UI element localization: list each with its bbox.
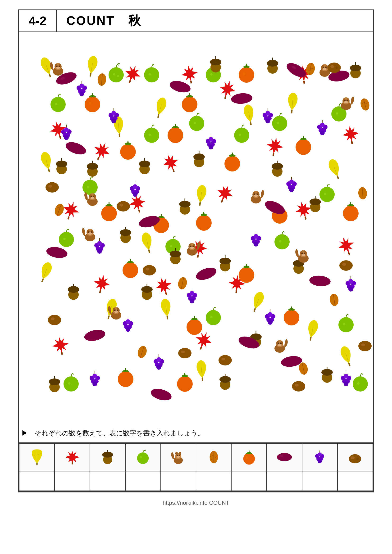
svg-rect-25	[166, 316, 168, 319]
header-title: COUNT 秋	[57, 10, 151, 32]
svg-point-463	[245, 457, 248, 459]
svg-point-67	[234, 128, 249, 143]
svg-point-63	[144, 128, 159, 143]
svg-point-136	[350, 65, 361, 71]
svg-point-299	[92, 381, 97, 386]
svg-point-77	[59, 232, 74, 247]
svg-rect-48	[348, 252, 350, 255]
svg-point-233	[133, 184, 137, 189]
svg-point-151	[272, 163, 283, 170]
svg-point-453	[179, 452, 181, 455]
svg-rect-40	[172, 169, 175, 172]
chestnut-answer[interactable]	[337, 472, 373, 491]
svg-rect-39	[97, 157, 100, 160]
svg-point-157	[309, 199, 321, 205]
svg-point-107	[101, 206, 117, 221]
svg-point-212	[209, 137, 213, 142]
svg-point-261	[348, 279, 353, 284]
svg-point-352	[91, 197, 94, 199]
sweetpotato-icon-cell	[267, 443, 302, 472]
svg-point-226	[320, 123, 325, 127]
svg-rect-100	[127, 141, 128, 144]
svg-point-133	[267, 60, 278, 67]
svg-point-429	[342, 263, 346, 266]
svg-point-419	[328, 62, 341, 73]
svg-point-148	[139, 161, 150, 167]
chestnut-icon-cell	[337, 443, 373, 472]
svg-point-318	[46, 246, 68, 260]
svg-point-387	[114, 311, 118, 313]
svg-rect-443	[36, 463, 37, 466]
treeleaf-answer[interactable]	[196, 472, 231, 491]
svg-point-88	[68, 382, 70, 385]
ginkgo-answer[interactable]	[19, 472, 55, 491]
svg-rect-38	[303, 81, 305, 84]
svg-rect-3	[90, 73, 92, 77]
svg-point-331	[56, 67, 60, 69]
svg-point-123	[284, 310, 299, 325]
svg-point-247	[97, 241, 102, 246]
answer-row[interactable]	[19, 472, 373, 491]
main-scene	[19, 32, 373, 424]
svg-point-278	[126, 327, 130, 332]
svg-point-60	[210, 73, 213, 76]
maple-icon-cell	[55, 443, 90, 472]
svg-rect-7	[41, 278, 44, 282]
svg-rect-45	[221, 200, 223, 203]
svg-point-62	[55, 103, 57, 105]
svg-rect-33	[348, 363, 350, 367]
svg-point-425	[119, 204, 123, 207]
svg-rect-51	[235, 290, 237, 293]
grapes-icon-cell	[302, 443, 337, 472]
svg-point-130	[210, 59, 221, 65]
svg-point-184	[321, 369, 333, 376]
svg-point-462	[243, 453, 255, 465]
svg-rect-112	[203, 212, 204, 215]
svg-point-125	[118, 371, 133, 387]
svg-point-250	[97, 249, 102, 254]
svg-point-433	[361, 343, 365, 346]
svg-point-373	[190, 247, 194, 249]
svg-point-72	[336, 112, 338, 115]
squirrel-answer[interactable]	[161, 472, 196, 491]
svg-rect-96	[92, 93, 93, 97]
header-row: 4-2 COUNT 秋	[19, 10, 373, 32]
svg-point-320	[309, 275, 331, 287]
acorn-icon-cell	[90, 443, 125, 472]
instruction-area: ▶ それぞれの数を数えて、表に数字を書き入れましょう。	[19, 424, 373, 443]
sweetpotato-answer[interactable]	[267, 472, 302, 491]
svg-point-271	[189, 299, 194, 303]
svg-point-345	[344, 101, 348, 103]
apple-answer[interactable]	[125, 472, 161, 491]
svg-point-198	[64, 127, 69, 132]
svg-point-240	[289, 180, 294, 184]
persimmon-answer[interactable]	[231, 472, 267, 491]
acorn-answer[interactable]	[90, 472, 125, 491]
svg-point-427	[146, 268, 149, 270]
svg-rect-104	[232, 152, 233, 156]
svg-rect-1	[49, 74, 51, 77]
grapes-answer[interactable]	[302, 472, 337, 491]
svg-point-194	[79, 91, 84, 96]
svg-point-303	[344, 374, 348, 379]
squirrel-icon-cell	[161, 443, 196, 472]
svg-rect-93	[246, 64, 247, 67]
svg-point-275	[126, 319, 130, 324]
svg-rect-17	[336, 175, 339, 179]
svg-rect-11	[157, 114, 160, 118]
svg-point-465	[277, 453, 292, 461]
svg-point-439	[295, 384, 299, 387]
maple-answer[interactable]	[55, 472, 90, 491]
svg-point-121	[187, 319, 202, 335]
svg-point-264	[348, 287, 353, 291]
svg-rect-49	[99, 290, 101, 293]
svg-point-436	[178, 348, 191, 358]
svg-point-117	[123, 263, 138, 278]
svg-point-296	[92, 374, 97, 379]
svg-point-394	[278, 344, 281, 346]
svg-rect-120	[246, 264, 247, 267]
svg-point-449	[140, 456, 142, 458]
svg-point-476	[357, 457, 359, 460]
svg-point-85	[338, 317, 354, 332]
svg-point-89	[353, 376, 368, 392]
